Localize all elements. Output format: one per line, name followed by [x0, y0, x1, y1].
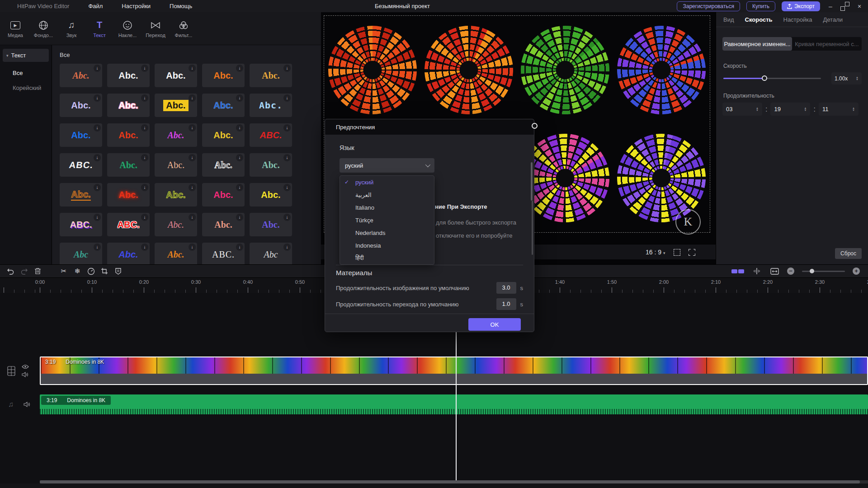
track-visibility-icon[interactable] [22, 364, 29, 369]
language-option[interactable]: ✓ हिंदी [340, 252, 434, 264]
aspect-ratio-dropdown[interactable]: 16 : 9▾ [646, 249, 665, 256]
spinner-arrows-icon[interactable]: ▲▼ [756, 107, 759, 112]
text-style-tile[interactable]: Abc. ↓ [60, 94, 102, 117]
tool-text[interactable]: T Текст [90, 19, 109, 38]
text-style-tile[interactable]: Abc ↓ [60, 243, 102, 264]
download-icon[interactable]: ↓ [94, 154, 101, 161]
zoom-slider-thumb[interactable] [810, 269, 814, 273]
menu-settings[interactable]: Настройки [122, 3, 151, 9]
text-style-tile[interactable]: ABC. ↓ [60, 153, 102, 177]
fit-timeline-icon[interactable] [769, 266, 779, 276]
text-style-tile[interactable]: Abc. ↓ [107, 153, 150, 177]
text-style-tile[interactable]: Abc. ↓ [250, 153, 292, 177]
timeline-zoom-slider[interactable] [802, 271, 845, 272]
duration-minutes-input[interactable]: 19▲▼ [770, 103, 810, 116]
text-style-tile[interactable]: Abc. ↓ [155, 153, 197, 177]
undo-icon[interactable] [5, 266, 15, 276]
text-style-tile[interactable]: Abc. ↓ [107, 123, 150, 147]
text-style-tile[interactable]: Abc ↓ [250, 243, 292, 264]
audio-mute-icon[interactable] [24, 402, 30, 407]
split-scissors-icon[interactable]: ✂ [59, 266, 69, 276]
delete-icon[interactable] [33, 266, 42, 276]
download-icon[interactable]: ↓ [283, 184, 291, 191]
text-style-tile[interactable]: Abc. ↓ [60, 64, 102, 87]
list-scrollbar[interactable] [531, 162, 533, 201]
tab-speed[interactable]: Скорость [745, 16, 773, 23]
playhead-snap-icon[interactable] [752, 266, 762, 276]
crop-preview-icon[interactable] [674, 249, 680, 256]
language-option[interactable]: ✓ Italiano [340, 201, 434, 214]
language-option[interactable]: ✓ العربية [340, 188, 434, 201]
crop-icon[interactable] [99, 266, 109, 276]
text-style-tile[interactable]: Abc. ↓ [250, 64, 292, 87]
language-select[interactable]: руский [340, 158, 434, 173]
close-button[interactable]: × [855, 3, 863, 10]
export-button[interactable]: Экспорт [782, 1, 820, 11]
tab-settings[interactable]: Настройка [783, 16, 812, 23]
dialog-scrollbar[interactable] [532, 201, 533, 255]
register-button[interactable]: Зарегистрироваться [677, 1, 740, 11]
fullscreen-icon[interactable] [689, 249, 695, 256]
download-icon[interactable]: ↓ [283, 214, 291, 221]
language-option[interactable]: ✓ Indonesia [340, 239, 434, 252]
tool-transition[interactable]: Переход [146, 19, 165, 38]
menu-file[interactable]: Файл [88, 3, 103, 9]
download-icon[interactable]: ↓ [283, 65, 291, 72]
download-icon[interactable]: ↓ [236, 184, 243, 191]
menu-help[interactable]: Помощь [170, 3, 192, 9]
track-mute-icon[interactable] [22, 372, 29, 377]
download-icon[interactable]: ↓ [283, 124, 291, 131]
download-icon[interactable]: ↓ [283, 244, 291, 251]
text-style-tile[interactable]: ABC. ↓ [202, 243, 245, 264]
speed-slider-thumb[interactable] [762, 75, 767, 81]
download-icon[interactable]: ↓ [236, 124, 243, 131]
text-style-tile[interactable]: Abc. ↓ [202, 94, 245, 117]
spinner-arrows-icon[interactable]: ▲▼ [856, 76, 859, 81]
redo-icon[interactable] [19, 266, 29, 276]
tab-view[interactable]: Вид [723, 16, 734, 23]
download-icon[interactable]: ↓ [94, 184, 101, 191]
download-icon[interactable]: ↓ [94, 65, 101, 72]
curve-speed-option[interactable]: Кривая переменной с... [792, 37, 862, 51]
tool-stickers[interactable]: Накле... [118, 19, 137, 38]
duration-hours-input[interactable]: 03▲▼ [722, 103, 762, 116]
tab-details[interactable]: Детали [823, 16, 843, 23]
download-icon[interactable]: ↓ [236, 214, 243, 221]
text-style-tile[interactable]: Abc. ↓ [60, 123, 102, 147]
zoom-in-icon[interactable]: + [853, 267, 860, 275]
download-icon[interactable]: ↓ [189, 154, 196, 161]
download-icon[interactable]: ↓ [189, 214, 196, 221]
marker-icon[interactable] [113, 266, 123, 276]
download-icon[interactable]: ↓ [189, 124, 196, 131]
download-icon[interactable]: ↓ [236, 154, 243, 161]
download-icon[interactable]: ↓ [283, 94, 291, 102]
text-style-tile[interactable]: Abc. ↓ [60, 183, 102, 206]
text-style-tile[interactable]: Abc. ↓ [250, 183, 292, 206]
video-clip[interactable]: 3:19 Dominoes in 8K [40, 357, 868, 385]
download-icon[interactable]: ↓ [283, 154, 291, 161]
download-icon[interactable]: ↓ [94, 94, 101, 102]
audio-clip[interactable]: 3:19 Dominoes in 8K [40, 394, 868, 414]
tool-background[interactable]: Фондо... [33, 19, 53, 38]
download-icon[interactable]: ↓ [189, 65, 196, 72]
sidebar-header-text[interactable]: ▾ Текст [3, 49, 49, 62]
download-icon[interactable]: ↓ [141, 124, 148, 131]
download-icon[interactable]: ↓ [94, 244, 101, 251]
timeline-horizontal-scrollbar[interactable] [40, 480, 868, 483]
text-style-tile[interactable]: Abc. ↓ [155, 243, 197, 264]
spinner-arrows-icon[interactable]: ▲▼ [852, 107, 855, 112]
text-style-tile[interactable]: ABC. ↓ [60, 213, 102, 236]
text-style-tile[interactable]: Abc. ↓ [155, 183, 197, 206]
download-icon[interactable]: ↓ [141, 184, 148, 191]
zoom-out-icon[interactable]: − [787, 267, 794, 275]
download-icon[interactable]: ↓ [189, 184, 196, 191]
reset-button[interactable]: Сброс [835, 248, 862, 259]
tool-audio[interactable]: ♫ Звук [61, 19, 81, 38]
tool-media[interactable]: ▶ Медиа [5, 19, 25, 38]
text-style-tile[interactable]: Abc. ↓ [202, 213, 245, 236]
text-style-tile[interactable]: Abc. ↓ [250, 94, 292, 117]
selection-handle[interactable] [532, 123, 538, 129]
sidebar-item-all[interactable]: Все [0, 66, 52, 80]
download-icon[interactable]: ↓ [141, 154, 148, 161]
language-option[interactable]: ✓ Nederlands [340, 226, 434, 239]
